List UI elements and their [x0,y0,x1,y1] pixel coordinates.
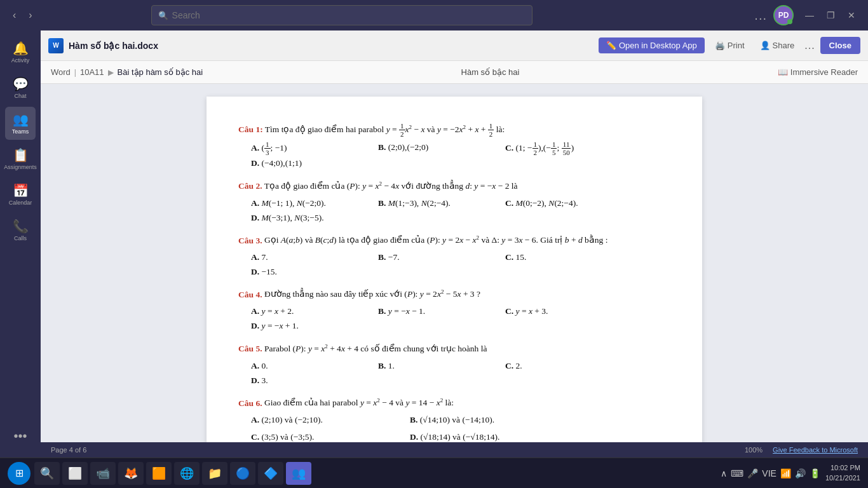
taskbar-teams[interactable]: 👥 [286,462,311,485]
q6-option-c: C. (3;5) và (−3;5). [251,430,410,442]
taskbar-time[interactable]: 10:02 PM 10/21/2021 [825,463,860,483]
keyboard-icon[interactable]: ⌨ [731,468,743,478]
feedback-link[interactable]: Give Feedback to Microsoft [773,446,858,454]
taskbar-meet[interactable]: 📹 [90,462,116,485]
search-input[interactable] [172,10,526,20]
chat-icon: 💬 [13,76,29,92]
q1-label: Câu 1: [238,125,263,134]
q1-answers: A. (13; −1) B. (2;0),(−2;0) C. (1; −12),… [238,140,670,171]
sidebar: 🔔 Activity 💬 Chat 👥 Teams 📋 Assignments … [0,30,41,458]
q3-option-d: D. −15. [251,265,378,280]
title-bar-right: ... PD — ❐ ✕ [754,5,860,25]
search-bar: 🔍 [151,5,532,25]
mic-icon[interactable]: 🎤 [747,468,758,478]
q2-text: Tọa độ giao điểm của (P): y = x2 − 4x vớ… [264,181,518,191]
start-button[interactable]: ⊞ [8,462,31,485]
breadcrumb-class[interactable]: 10A11 [80,67,104,77]
sidebar-item-more[interactable]: ••• [5,419,36,452]
taskbar-firefox[interactable]: 🦊 [118,462,144,485]
share-button[interactable]: 👤 Share [755,38,800,53]
back-button[interactable]: ‹ [8,7,21,24]
q4-answers: A. y = x + 2. B. y = −x − 1. C. y = x + … [238,304,670,334]
q4-option-a: A. y = x + 2. [251,304,378,319]
q2-option-b: B. M(1;−3), N(2;−4). [378,196,505,211]
q5-answers: A. 0. B. 1. C. 2. D. 3. [238,359,670,388]
taskbar-view[interactable]: ⬜ [62,462,88,485]
more-options-button[interactable]: ... [754,8,767,23]
close-doc-button[interactable]: Close [820,37,860,54]
q4-option-b: B. y = −x − 1. [378,304,505,319]
nav-buttons: ‹ › [8,7,37,24]
doc-toolbar: W Hàm số bậc hai.docx ✏️ Open in Desktop… [41,30,868,61]
question-1: Câu 1: Tìm tọa độ giao điểm hai parabol … [238,122,670,171]
q5-option-c: C. 2. [505,359,632,374]
q3-text: Gọi A(a;b) và B(c;d) là tọa độ giao điểm… [264,235,608,245]
chevron-icon[interactable]: ∧ [721,468,727,478]
page-info: Page 4 of 6 [51,446,86,454]
q3-option-a: A. 7. [251,250,378,265]
document-area[interactable]: Câu 1: Tìm tọa độ giao điểm hai parabol … [41,84,868,442]
q4-option-c: C. y = x + 3. [505,304,632,319]
minimize-button[interactable]: — [800,8,819,23]
q6-label: Câu 6. [238,398,262,407]
window-controls: — ❐ ✕ [800,8,860,23]
pencil-icon: ✏️ [606,41,616,50]
volume-icon[interactable]: 🔊 [795,468,806,478]
taskbar-edge[interactable]: 🌐 [174,462,200,485]
search-icon: 🔍 [158,11,168,20]
q1-option-b: B. (2;0),(−2;0) [378,140,505,156]
taskbar-apps: 🔍 ⬜ 📹 🦊 🟧 🌐 📁 🔵 🔷 👥 [34,462,717,485]
immersive-reader-button[interactable]: 📖 Immersive Reader [778,67,858,77]
lang-label[interactable]: VIE [762,468,776,478]
sidebar-item-calls[interactable]: 📞 Calls [5,214,36,247]
document-title: Hàm số bậc hai.docx [69,41,158,51]
q1-option-a: A. (13; −1) [251,140,378,156]
q6-option-b: B. (√14;10) và (−14;10). [410,413,569,428]
question-2: Câu 2. Tọa độ giao điểm của (P): y = x2 … [238,179,670,225]
restore-button[interactable]: ❐ [822,8,840,23]
q2-answers: A. M(−1; 1), N(−2;0). B. M(1;−3), N(2;−4… [238,196,670,226]
q1-text: Tìm tọa độ giao điểm hai parabol y = 12x… [265,125,505,134]
q3-label: Câu 3. [238,235,262,245]
breadcrumb-word[interactable]: Word [51,67,71,77]
close-button[interactable]: ✕ [843,8,860,23]
toolbar-more-button[interactable]: ... [804,40,815,51]
taskbar-chrome[interactable]: 🔵 [230,462,255,485]
battery-icon[interactable]: 🔋 [810,468,820,478]
print-button[interactable]: 🖨️ Print [710,38,750,53]
taskbar-explorer[interactable]: 🔍 [34,462,60,485]
document-page: Câu 1: Tìm tọa độ giao điểm hai parabol … [207,97,702,442]
q5-option-b: B. 1. [378,359,505,374]
online-indicator [787,19,792,24]
sidebar-item-assignments[interactable]: 📋 Assignments [5,142,36,175]
forward-button[interactable]: › [24,7,37,24]
q5-option-d: D. 3. [251,374,378,388]
open-desktop-button[interactable]: ✏️ Open in Desktop App [599,37,705,53]
share-icon: 👤 [760,41,770,50]
taskbar-files[interactable]: 📁 [202,462,227,485]
q3-option-b: B. −7. [378,250,505,265]
taskbar-office[interactable]: 🟧 [146,462,172,485]
sidebar-item-teams[interactable]: 👥 Teams [5,107,36,140]
sidebar-item-chat[interactable]: 💬 Chat [5,71,36,104]
q4-option-d: D. y = −x + 1. [251,319,378,334]
system-icons: ∧ ⌨ 🎤 VIE 📶 🔊 🔋 [721,468,820,478]
title-bar: ‹ › 🔍 ... PD — ❐ ✕ [0,0,868,30]
secondary-toolbar: Word | 10A11 ▶ Bài tập hàm số bậc hai Hà… [41,61,868,84]
breadcrumb-folder[interactable]: Bài tập hàm số bậc hai [118,67,203,77]
app-container: 🔔 Activity 💬 Chat 👥 Teams 📋 Assignments … [0,30,868,458]
toolbar-actions: ✏️ Open in Desktop App 🖨️ Print 👤 Share … [599,37,860,54]
q4-text: Đường thẳng nào sau đây tiếp xúc với (P)… [264,289,480,299]
teams-icon: 👥 [13,112,29,127]
q3-option-c: C. 15. [505,250,632,265]
more-icon: ••• [13,429,27,444]
taskbar: ⊞ 🔍 ⬜ 📹 🦊 🟧 🌐 📁 🔵 🔷 👥 ∧ ⌨ 🎤 VIE 📶 🔊 🔋 10… [0,458,868,488]
taskbar-scratch[interactable]: 🔷 [258,462,283,485]
sidebar-item-calendar[interactable]: 📅 Calendar [5,178,36,211]
taskbar-right: ∧ ⌨ 🎤 VIE 📶 🔊 🔋 10:02 PM 10/21/2021 [721,463,860,483]
wifi-icon[interactable]: 📶 [780,468,791,478]
windows-icon: ⊞ [15,467,24,479]
q2-label: Câu 2. [238,181,262,191]
avatar[interactable]: PD [773,5,794,25]
sidebar-item-activity[interactable]: 🔔 Activity [5,36,36,69]
